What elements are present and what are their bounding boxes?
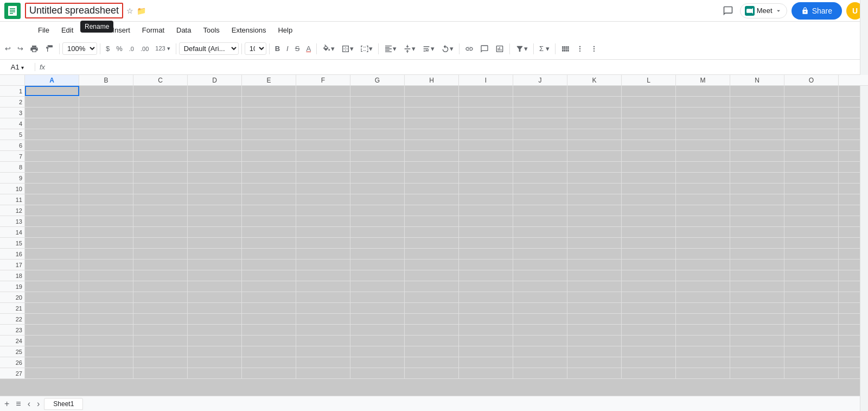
cell-L1[interactable] xyxy=(622,86,676,96)
cell-F14[interactable] xyxy=(296,227,350,237)
cell-H26[interactable] xyxy=(405,357,459,368)
cell-G26[interactable] xyxy=(350,357,405,368)
cell-F15[interactable] xyxy=(296,238,350,248)
cell-O3[interactable] xyxy=(784,108,839,118)
row-num-7[interactable]: 7 xyxy=(0,151,25,161)
menu-data[interactable]: Data xyxy=(171,24,196,36)
cell-G9[interactable] xyxy=(350,173,405,183)
cell-J5[interactable] xyxy=(513,129,567,140)
menu-file[interactable]: File xyxy=(33,24,55,36)
cell-M20[interactable] xyxy=(676,292,730,302)
cell-B20[interactable] xyxy=(79,292,133,302)
cell-C18[interactable] xyxy=(133,270,188,281)
cell-G18[interactable] xyxy=(350,270,405,281)
cell-O24[interactable] xyxy=(784,336,839,346)
meet-button[interactable]: Meet xyxy=(740,3,787,18)
cell-K17[interactable] xyxy=(567,260,622,270)
cell-M18[interactable] xyxy=(676,270,730,281)
row-num-11[interactable]: 11 xyxy=(0,194,25,205)
cell-M14[interactable] xyxy=(676,227,730,237)
formula-input[interactable] xyxy=(49,63,868,71)
col-header-m[interactable]: M xyxy=(676,75,730,85)
cell-M10[interactable] xyxy=(676,184,730,194)
cell-B23[interactable] xyxy=(79,325,133,335)
cell-M3[interactable] xyxy=(676,108,730,118)
cell-L18[interactable] xyxy=(622,270,676,281)
cell-N21[interactable] xyxy=(730,303,784,313)
cell-G25[interactable] xyxy=(350,346,405,357)
cell-K7[interactable] xyxy=(567,151,622,161)
cell-F27[interactable] xyxy=(296,368,350,378)
cell-A12[interactable] xyxy=(25,205,79,216)
cell-I17[interactable] xyxy=(459,260,513,270)
cell-N16[interactable] xyxy=(730,249,784,259)
cell-J26[interactable] xyxy=(513,357,567,368)
cell-D10[interactable] xyxy=(188,184,242,194)
cell-C2[interactable] xyxy=(133,97,188,107)
corner-cell[interactable] xyxy=(0,75,25,85)
row-num-2[interactable]: 2 xyxy=(0,97,25,107)
folder-icon[interactable]: 📁 xyxy=(137,7,146,15)
cell-H25[interactable] xyxy=(405,346,459,357)
col-header-o[interactable]: O xyxy=(784,75,839,85)
cell-L8[interactable] xyxy=(622,162,676,172)
cell-J11[interactable] xyxy=(513,194,567,205)
menu-extensions[interactable]: Extensions xyxy=(226,24,272,36)
cell-F6[interactable] xyxy=(296,140,350,150)
cell-N23[interactable] xyxy=(730,325,784,335)
cell-H2[interactable] xyxy=(405,97,459,107)
paint-format-button[interactable] xyxy=(42,43,56,55)
cell-M17[interactable] xyxy=(676,260,730,270)
cell-O9[interactable] xyxy=(784,173,839,183)
valign-button[interactable]: ▾ xyxy=(400,43,418,55)
cell-F9[interactable] xyxy=(296,173,350,183)
cell-E18[interactable] xyxy=(242,270,296,281)
cell-O1[interactable] xyxy=(784,86,839,96)
cell-C8[interactable] xyxy=(133,162,188,172)
cell-M26[interactable] xyxy=(676,357,730,368)
cell-K18[interactable] xyxy=(567,270,622,281)
cell-L4[interactable] xyxy=(622,118,676,129)
menu-tools[interactable]: Tools xyxy=(197,24,225,36)
cell-G21[interactable] xyxy=(350,303,405,313)
cell-I18[interactable] xyxy=(459,270,513,281)
strikethrough-button[interactable]: S xyxy=(292,43,303,54)
cell-A21[interactable] xyxy=(25,303,79,313)
cell-E10[interactable] xyxy=(242,184,296,194)
cell-D24[interactable] xyxy=(188,336,242,346)
cell-K26[interactable] xyxy=(567,357,622,368)
cell-H11[interactable] xyxy=(405,194,459,205)
cell-B25[interactable] xyxy=(79,346,133,357)
cell-E4[interactable] xyxy=(242,118,296,129)
cell-K19[interactable] xyxy=(567,281,622,292)
cell-N4[interactable] xyxy=(730,118,784,129)
cell-D17[interactable] xyxy=(188,260,242,270)
cell-K20[interactable] xyxy=(567,292,622,302)
cell-A10[interactable] xyxy=(25,184,79,194)
cell-N11[interactable] xyxy=(730,194,784,205)
col-header-d[interactable]: D xyxy=(188,75,242,85)
cell-N1[interactable] xyxy=(730,86,784,96)
cell-B14[interactable] xyxy=(79,227,133,237)
cell-G6[interactable] xyxy=(350,140,405,150)
cell-J19[interactable] xyxy=(513,281,567,292)
cell-M24[interactable] xyxy=(676,336,730,346)
cell-K8[interactable] xyxy=(567,162,622,172)
cell-F8[interactable] xyxy=(296,162,350,172)
cell-H13[interactable] xyxy=(405,216,459,226)
comment-button[interactable] xyxy=(477,43,492,55)
cell-F24[interactable] xyxy=(296,336,350,346)
cell-D3[interactable] xyxy=(188,108,242,118)
cell-O8[interactable] xyxy=(784,162,839,172)
cell-G17[interactable] xyxy=(350,260,405,270)
cell-F16[interactable] xyxy=(296,249,350,259)
cell-D1[interactable] xyxy=(188,86,242,96)
cell-D15[interactable] xyxy=(188,238,242,248)
text-align-button[interactable]: ▾ xyxy=(381,43,399,55)
cell-I19[interactable] xyxy=(459,281,513,292)
cell-B12[interactable] xyxy=(79,205,133,216)
cell-A6[interactable] xyxy=(25,140,79,150)
decimal-decrease-button[interactable]: .0 xyxy=(126,44,137,54)
cell-E15[interactable] xyxy=(242,238,296,248)
cell-B18[interactable] xyxy=(79,270,133,281)
